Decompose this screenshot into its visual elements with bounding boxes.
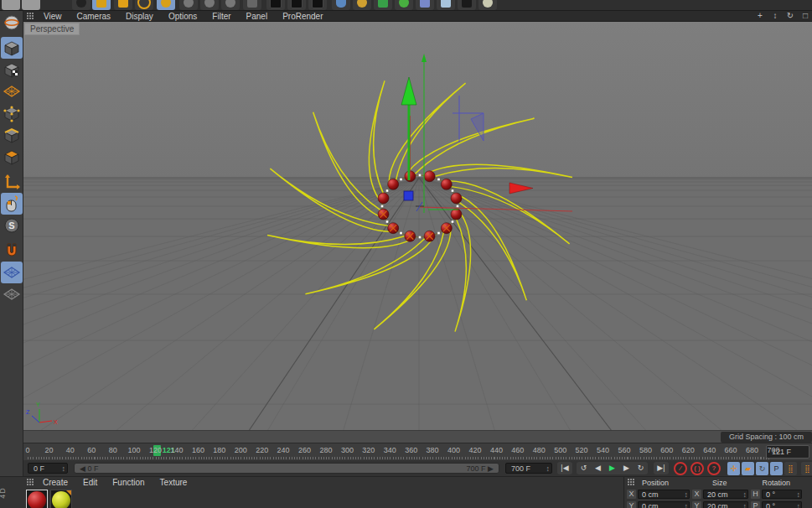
render-queue[interactable] bbox=[353, 0, 371, 10]
panel-grip-icon[interactable] bbox=[27, 13, 34, 20]
tool-soft-selection[interactable]: S bbox=[1, 215, 23, 236]
spline-point[interactable] bbox=[452, 189, 454, 192]
material-menu-function[interactable]: Function bbox=[106, 478, 153, 487]
render-region[interactable] bbox=[287, 0, 306, 10]
material-menu-edit[interactable]: Edit bbox=[76, 478, 106, 487]
record-scale-toggle[interactable]: ▰ bbox=[742, 462, 754, 475]
spline-point[interactable] bbox=[419, 174, 422, 177]
pan-icon[interactable]: + bbox=[755, 11, 765, 20]
add-environment[interactable] bbox=[437, 0, 455, 10]
coord-field-size-0[interactable]: 20 cm↕ bbox=[703, 490, 748, 499]
timeline-ruler[interactable]: 121 121 F 020406080100120140160180200220… bbox=[23, 443, 812, 460]
rotate-tool[interactable] bbox=[135, 0, 153, 10]
range-end-field[interactable]: 700 F↕ bbox=[505, 463, 552, 474]
go-to-start-button[interactable]: |◀ bbox=[557, 462, 572, 474]
play-loop-button[interactable]: ↻ bbox=[634, 462, 648, 474]
autokeying-button[interactable]: ( ) bbox=[690, 462, 704, 475]
tool-workplane-mode[interactable] bbox=[1, 80, 23, 102]
spline-point[interactable] bbox=[437, 232, 440, 235]
add-spline[interactable] bbox=[395, 0, 413, 10]
sphere-object[interactable] bbox=[441, 179, 452, 189]
spline-point[interactable] bbox=[419, 236, 422, 239]
panel-grip-icon[interactable] bbox=[27, 479, 34, 486]
add-camera[interactable] bbox=[458, 0, 476, 10]
dolly-icon[interactable]: ↕ bbox=[770, 11, 780, 20]
rotate-icon[interactable]: ↻ bbox=[785, 11, 795, 20]
panel-grip-icon[interactable] bbox=[628, 479, 635, 486]
menu-cameras[interactable]: Cameras bbox=[70, 12, 119, 21]
record-active-objects-button[interactable]: ⁄ bbox=[674, 462, 687, 475]
preview-range-slider[interactable]: ◀ 0 F700 F ▶ bbox=[74, 463, 499, 474]
add-generator[interactable] bbox=[416, 0, 434, 10]
redo-button[interactable] bbox=[22, 0, 40, 10]
material-menu-create[interactable]: Create bbox=[36, 478, 76, 487]
render-view[interactable] bbox=[266, 0, 285, 10]
sphere-object[interactable] bbox=[378, 193, 389, 204]
coord-field-rot-1[interactable]: 0 °↕ bbox=[762, 501, 802, 508]
menu-prorender[interactable]: ProRender bbox=[275, 12, 330, 21]
spline-point[interactable] bbox=[437, 179, 440, 181]
coord-field-size-1[interactable]: 20 cm↕ bbox=[703, 501, 748, 508]
spline-point[interactable] bbox=[381, 205, 384, 208]
tool-enable-axis[interactable] bbox=[1, 171, 23, 193]
render-settings-film[interactable] bbox=[308, 0, 327, 10]
add-primitive[interactable] bbox=[374, 0, 392, 10]
menu-filter[interactable]: Filter bbox=[204, 12, 238, 21]
spline-point[interactable] bbox=[457, 205, 459, 208]
previous-frame-button[interactable]: ◀ bbox=[591, 462, 605, 474]
lock-x-axis[interactable] bbox=[179, 0, 198, 10]
tool-edges-mode[interactable] bbox=[1, 124, 23, 146]
menu-panel[interactable]: Panel bbox=[239, 12, 276, 21]
lock-z-axis[interactable] bbox=[221, 0, 240, 10]
viewport-camera-label[interactable]: Perspective bbox=[24, 23, 80, 35]
spline-point[interactable] bbox=[452, 220, 454, 223]
coordinate-system[interactable] bbox=[243, 0, 261, 10]
next-frame-button[interactable]: ▶ bbox=[619, 462, 634, 474]
go-to-end-button[interactable]: ▶| bbox=[654, 462, 669, 474]
play-backwards-button[interactable]: ↺ bbox=[577, 462, 591, 474]
play-forwards-button[interactable]: ▶ bbox=[605, 462, 619, 474]
tool-points-mode[interactable] bbox=[1, 102, 23, 124]
sphere-object[interactable] bbox=[451, 209, 462, 220]
menu-display[interactable]: Display bbox=[118, 12, 161, 21]
menu-options[interactable]: Options bbox=[161, 12, 204, 21]
sphere-object[interactable] bbox=[424, 171, 435, 182]
viewport-canvas[interactable]: YXZ bbox=[23, 22, 812, 430]
record-parameters-toggle[interactable]: P bbox=[770, 462, 783, 475]
tool-make-editable[interactable] bbox=[1, 12, 23, 34]
scale-tool[interactable] bbox=[114, 0, 132, 10]
tool-planar-workplane[interactable] bbox=[1, 283, 23, 305]
sphere-object[interactable] bbox=[451, 193, 462, 204]
spline-point[interactable] bbox=[386, 220, 389, 223]
render-settings[interactable] bbox=[332, 0, 350, 10]
range-start-field[interactable]: 0 F↕ bbox=[28, 463, 68, 474]
keyframe-selection-button[interactable]: ? bbox=[707, 462, 721, 475]
tool-polygons-mode[interactable] bbox=[1, 146, 23, 168]
menu-view[interactable]: View bbox=[36, 12, 70, 21]
tool-lock-workplane[interactable] bbox=[1, 262, 23, 283]
material-menu-texture[interactable]: Texture bbox=[153, 478, 196, 487]
record-rotation-toggle[interactable]: ↻ bbox=[756, 462, 768, 475]
coord-field-pos-0[interactable]: 0 cm↕ bbox=[638, 490, 690, 499]
toggle-view-icon[interactable]: □ bbox=[800, 11, 810, 20]
add-light[interactable] bbox=[478, 0, 497, 10]
tool-enable-snap[interactable] bbox=[1, 240, 23, 262]
undo-button[interactable] bbox=[2, 0, 20, 10]
material-yellow[interactable] bbox=[50, 490, 72, 508]
spline-point[interactable] bbox=[400, 179, 402, 181]
tool-texture-mode[interactable] bbox=[1, 59, 23, 80]
coord-field-pos-1[interactable]: 0 cm↕ bbox=[638, 501, 690, 508]
gizmo-z-handle[interactable] bbox=[404, 191, 413, 200]
material-red[interactable] bbox=[26, 490, 48, 508]
spline-point[interactable] bbox=[386, 189, 389, 192]
last-tool[interactable] bbox=[157, 0, 175, 10]
live-selection-tool[interactable] bbox=[72, 0, 91, 10]
move-tool[interactable] bbox=[92, 0, 111, 10]
tool-tweak-mode[interactable] bbox=[1, 193, 23, 215]
sphere-object[interactable] bbox=[388, 179, 399, 189]
clipped-palette-icon[interactable]: ⣿ bbox=[801, 462, 812, 475]
coord-field-rot-0[interactable]: 0 °↕ bbox=[762, 490, 802, 499]
record-position-toggle[interactable]: ✢ bbox=[727, 462, 740, 475]
lock-y-axis[interactable] bbox=[200, 0, 219, 10]
tool-model-mode[interactable] bbox=[1, 37, 23, 59]
